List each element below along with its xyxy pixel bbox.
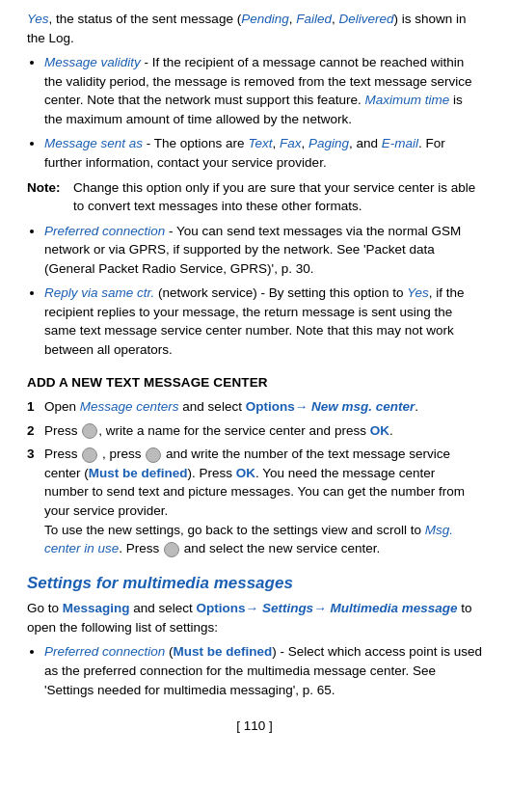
must-be-defined-1: Must be defined	[89, 466, 188, 480]
add-section-heading: ADD A NEW TEXT MESSAGE CENTER	[27, 373, 482, 392]
settings-bullet-list-2: Preferred connection - You can send text…	[44, 222, 482, 360]
reply-via-text: (network service) - By setting this opti…	[154, 285, 407, 300]
note-block: Note: Change this option only if you are…	[27, 178, 482, 216]
ok-label-2: OK	[370, 423, 389, 438]
comma3: ,	[272, 136, 280, 150]
maximum-time-label: Maximum time	[364, 93, 449, 107]
step-2-content: Press , write a name for the service cen…	[44, 421, 482, 441]
step-num-2: 2	[27, 421, 44, 441]
options-label-1: Options	[246, 399, 295, 414]
must-be-defined-mms: Must be defined	[174, 644, 273, 659]
bullet-reply-via-same-ctr: Reply via same ctr. (network service) - …	[44, 284, 482, 359]
circle-btn-3	[146, 447, 161, 463]
delivered-label: Delivered	[339, 12, 394, 26]
note-label: Note:	[27, 178, 69, 216]
settings-link-mms: Settings	[262, 601, 313, 615]
step-2: 2 Press , write a name for the service c…	[27, 421, 482, 441]
bullet-message-sent-as: Message sent as - The options are Text, …	[44, 134, 482, 172]
settings-mms-title: Settings for multimedia messages	[27, 572, 482, 596]
and-text: , and	[349, 136, 382, 150]
bullet-preferred-connection-mms: Preferred connection (Must be defined) -…	[44, 642, 482, 699]
message-sent-as-label: Message sent as	[44, 136, 143, 150]
ok-label-3: OK	[236, 466, 255, 480]
message-centers-link: Message centers	[80, 399, 179, 414]
msg-center-in-use-link: Msg. center in use	[44, 523, 453, 556]
preferred-connection-mms-label: Preferred connection	[44, 644, 165, 659]
multimedia-message-link: Multimedia message	[330, 601, 457, 615]
mms-settings-bullet-list: Preferred connection (Must be defined) -…	[44, 642, 482, 699]
arrow-mms-1: →	[246, 601, 262, 615]
intro-paragraph: Yes, the status of the sent message (Pen…	[27, 10, 482, 47]
paging-option: Paging	[308, 136, 349, 150]
yes-label: Yes	[27, 12, 49, 26]
add-steps-list: 1 Open Message centers and select Option…	[27, 397, 482, 558]
reply-via-label: Reply via same ctr.	[44, 285, 154, 300]
text-option: Text	[248, 136, 272, 150]
settings-bullet-list: Message validity - If the recipient of a…	[44, 53, 482, 172]
comma4: ,	[301, 136, 308, 150]
email-option: E-mail	[382, 136, 418, 150]
circle-btn-1	[82, 423, 97, 439]
step-1: 1 Open Message centers and select Option…	[27, 397, 482, 417]
fax-option: Fax	[280, 136, 302, 150]
arrow-1: →	[295, 399, 311, 414]
messaging-link: Messaging	[63, 601, 130, 615]
step-3: 3 Press , press and write the number of …	[27, 445, 482, 557]
options-label-mms: Options	[197, 601, 246, 615]
step-num-1: 1	[27, 397, 44, 417]
circle-btn-2	[82, 447, 97, 463]
note-text: Change this option only if you are sure …	[69, 178, 482, 216]
step-3-content: Press , press and write the number of th…	[44, 445, 482, 557]
page-number: [ 110 ]	[27, 717, 482, 736]
message-sent-as-text: - The options are	[143, 136, 248, 150]
step-1-content: Open Message centers and select Options→…	[44, 397, 482, 417]
arrow-mms-2: →	[313, 601, 330, 615]
new-msg-center-link: New msg. center	[311, 399, 415, 414]
circle-btn-4	[164, 542, 179, 557]
preferred-connection-label: Preferred connection	[44, 224, 165, 238]
pending-label: Pending	[241, 12, 289, 26]
bullet-message-validity: Message validity - If the recipient of a…	[44, 53, 482, 128]
bullet-preferred-connection: Preferred connection - You can send text…	[44, 222, 482, 279]
settings-mms-intro: Go to Messaging and select Options→ Sett…	[27, 599, 482, 636]
comma2: ,	[332, 12, 339, 26]
message-validity-label: Message validity	[44, 55, 141, 69]
step-num-3: 3	[27, 445, 44, 464]
failed-label: Failed	[296, 12, 332, 26]
reply-yes-label: Yes	[407, 285, 429, 300]
intro-text: , the status of the sent message (	[49, 12, 242, 26]
